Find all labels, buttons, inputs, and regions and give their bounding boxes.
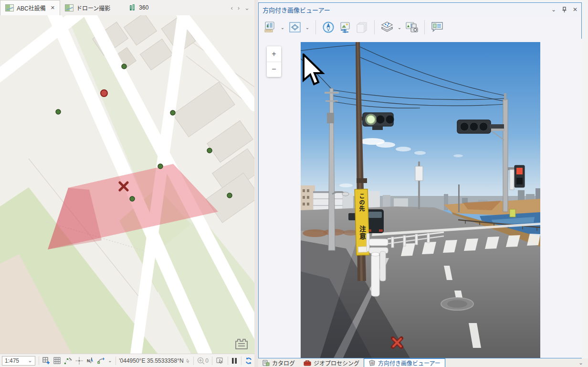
scale-value: 1:475 — [5, 357, 19, 364]
selection-tool-icon[interactable] — [216, 356, 224, 366]
edit-vertices-icon[interactable] — [64, 356, 73, 366]
pane-splitter[interactable] — [254, 0, 258, 367]
refresh-icon[interactable] — [245, 356, 252, 366]
tab-scroll-right-icon[interactable]: › — [238, 4, 240, 11]
oriented-imagery-viewer-panel: 方向付き画像ビューアー ⌄ ✕ ⌄ ⌄ — [258, 2, 582, 358]
pending-count: 0 — [205, 357, 209, 364]
new-map-frame-icon[interactable] — [42, 356, 51, 366]
map-view-icon — [5, 4, 14, 11]
view-tab-label: 360 — [139, 4, 148, 11]
image-enhancement-icon[interactable] — [338, 21, 352, 34]
oriented-imagery-viewer-icon — [368, 360, 376, 366]
imagery-point[interactable] — [227, 193, 232, 198]
tab-list-chevron-icon[interactable]: ⌄ — [244, 4, 250, 11]
dock-tab-label: 方向付き画像ビューアー — [378, 359, 441, 367]
map-status-bar: 1:475 ⌄ N ⌄ '044950°E 35.5533358°N 0 — [0, 354, 254, 367]
selected-imagery-point[interactable] — [101, 90, 107, 97]
coordinates-readout: '044950°E 35.5533358°N — [119, 357, 183, 364]
north-letter: N — [87, 358, 90, 363]
imagery-point[interactable] — [170, 110, 175, 115]
view-tab-abc[interactable]: ABC社設備 ✕ — [0, 0, 60, 15]
imagery-point[interactable] — [158, 164, 163, 169]
street-scene — [301, 42, 540, 358]
panel-close-icon[interactable]: ✕ — [573, 6, 578, 13]
rotate-view-icon[interactable] — [97, 356, 105, 366]
view-tab-360[interactable]: 360 — [124, 0, 153, 15]
viewer-pane: 方向付き画像ビューアー ⌄ ✕ ⌄ ⌄ — [258, 0, 588, 367]
imagery-point[interactable] — [122, 64, 126, 69]
dock-more-chevron-icon[interactable]: ⌄ — [578, 359, 583, 366]
grid-icon[interactable] — [53, 356, 62, 366]
dock-tab-oriented-imagery-viewer[interactable]: 方向付き画像ビューアー — [364, 358, 445, 367]
mouse-cursor-icon — [302, 54, 329, 88]
scene-360-icon — [128, 4, 136, 11]
image-gallery-icon — [355, 21, 368, 34]
dock-tab-bar: カタログ ジオプロセシング 方向付き画像ビューアー ⌄ — [258, 358, 588, 367]
compass-icon[interactable] — [322, 21, 335, 34]
view-navigation-icon[interactable] — [288, 21, 302, 34]
viewer-toolbar: ⌄ ⌄ ⌄ — [259, 16, 581, 38]
view-tab-drone[interactable]: ドローン撮影 — [60, 0, 115, 15]
view-tab-bar: ABC社設備 ✕ ドローン撮影 360 ‹ › ⌄ — [0, 0, 254, 16]
pin-icon[interactable] — [562, 7, 567, 13]
map-pane: ABC社設備 ✕ ドローン撮影 360 ‹ › ⌄ — [0, 0, 254, 367]
zoom-globe-icon: 0 — [197, 356, 209, 366]
chevron-down-icon[interactable]: ⌄ — [108, 358, 112, 363]
north-arrow-icon[interactable]: N — [86, 356, 94, 366]
dock-tab-geoprocessing[interactable]: ジオプロセシング — [299, 358, 364, 367]
pedestrian-signal — [508, 165, 525, 190]
chevron-down-icon[interactable]: ⌄ — [280, 25, 285, 30]
warning-sign-text-top: この先 — [357, 193, 366, 212]
comment-icon[interactable] — [430, 21, 444, 34]
view-tab-label: ドローン撮影 — [76, 4, 110, 12]
pointer-icon — [186, 357, 190, 364]
dock-tab-catalog[interactable]: カタログ — [258, 358, 299, 367]
snap-crosshair-icon[interactable] — [75, 356, 84, 366]
imagery-point[interactable] — [130, 196, 135, 201]
zoom-out-button[interactable]: − — [267, 62, 281, 77]
panel-header: 方向付き画像ビューアー ⌄ ✕ — [259, 3, 581, 16]
warning-sign-text-bottom: 注意 — [357, 226, 367, 240]
view-tab-label: ABC社設備 — [17, 4, 46, 12]
oriented-image[interactable]: この先 注意 — [301, 42, 540, 358]
pause-drawing-icon[interactable] — [231, 356, 238, 366]
image-to-camera-icon[interactable] — [405, 21, 419, 34]
zoom-in-button[interactable]: + — [267, 46, 281, 62]
map-view-icon — [65, 4, 74, 11]
geoprocessing-toolbox-icon — [304, 360, 311, 366]
imagery-point[interactable] — [56, 109, 61, 114]
catalog-icon — [262, 359, 270, 366]
panel-collapse-chevron-icon[interactable]: ⌄ — [551, 6, 556, 13]
dock-tab-label: ジオプロセシング — [314, 359, 359, 367]
map-viewport[interactable] — [0, 15, 254, 354]
photo-zoom-control: + − — [267, 46, 281, 77]
imagery-point[interactable] — [207, 148, 212, 153]
basemap — [0, 15, 254, 354]
oriented-imagery-tool-icon[interactable] — [263, 21, 277, 34]
dock-tab-label: カタログ — [272, 359, 295, 367]
scale-combobox[interactable]: 1:475 ⌄ — [2, 356, 35, 366]
close-icon[interactable]: ✕ — [51, 5, 55, 11]
panel-title: 方向付き画像ビューアー — [262, 5, 330, 14]
chevron-down-icon[interactable]: ⌄ — [397, 25, 402, 30]
chevron-down-icon: ⌄ — [28, 357, 32, 364]
layers-icon[interactable] — [380, 21, 394, 34]
tab-scroll-left-icon[interactable]: ‹ — [231, 4, 232, 11]
chevron-down-icon[interactable]: ⌄ — [305, 25, 310, 30]
viewer-content: + − — [259, 39, 582, 358]
